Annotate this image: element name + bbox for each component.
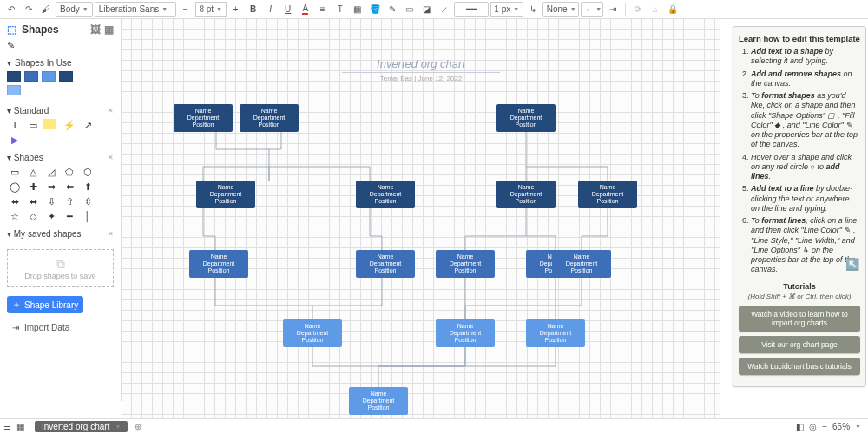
arrow-up2-icon[interactable]: ⇧ — [62, 195, 77, 207]
arrow-lr-icon[interactable]: ⬌ — [7, 195, 23, 207]
pointer-tool-icon[interactable]: ⬚ — [7, 23, 16, 36]
visit-page-button[interactable]: Visit our org chart page — [739, 336, 860, 353]
arrow-down2-icon[interactable]: ⇩ — [43, 195, 59, 207]
rtriangle-icon[interactable]: ◿ — [43, 166, 59, 178]
view-thumb-icon[interactable]: ▦ — [16, 422, 24, 431]
org-node[interactable]: NameDepartmentPosition — [436, 319, 495, 347]
watch-basics-button[interactable]: Watch Lucidchart basic tutorials — [739, 358, 860, 375]
line-options-icon[interactable]: ↳ — [525, 2, 541, 17]
swatch-dark2[interactable] — [59, 71, 73, 82]
arrow-lr2-icon[interactable]: ⬌ — [25, 195, 41, 207]
font-select[interactable]: Liberation Sans▼ — [95, 2, 176, 17]
triangle-icon[interactable]: △ — [25, 166, 41, 178]
view-grid-icon[interactable]: ▦ — [104, 23, 114, 36]
text-options-icon[interactable]: T — [332, 2, 348, 17]
italic-icon[interactable]: I — [263, 2, 279, 17]
watch-video-button[interactable]: Watch a video to learn how to import org… — [739, 306, 860, 332]
lock2-icon[interactable]: 🔒 — [665, 2, 681, 17]
arrow-right-icon[interactable]: ➡ — [43, 181, 59, 193]
line-style-select[interactable]: ━━ — [454, 2, 489, 17]
text-tool-icon[interactable]: T — [7, 119, 23, 131]
close-shapes-icon[interactable]: ✕ — [108, 154, 114, 161]
arrow-end-select[interactable]: →▼ — [581, 2, 603, 17]
org-node[interactable]: NameDepartmentPosition — [189, 250, 248, 278]
org-node[interactable]: NameDepartmentPosition — [356, 250, 415, 278]
fill-color-icon[interactable]: 🪣 — [367, 2, 383, 17]
pentagon-icon[interactable]: ⬠ — [62, 166, 77, 178]
target-icon[interactable]: ◎ — [809, 422, 817, 431]
org-node[interactable]: NameDepartmentPosition — [496, 104, 556, 132]
canvas[interactable]: Inverted org chart Temal Bas | June 12, … — [122, 19, 720, 418]
chart-title[interactable]: Inverted org chart — [342, 57, 500, 73]
org-node-root[interactable]: NameDepartmentPosition — [349, 387, 408, 415]
rect-icon[interactable]: ▭ — [7, 166, 23, 178]
saved-dropzone[interactable]: ⧉ Drop shapes to save — [7, 249, 114, 287]
font-size-field[interactable]: 8 pt▼ — [195, 2, 227, 17]
text-style-select[interactable]: Body▼ — [56, 2, 93, 17]
org-node[interactable]: NameDepartmentPosition — [496, 181, 556, 208]
swatch-pale[interactable] — [7, 85, 21, 95]
star-icon[interactable]: ☆ — [7, 210, 23, 222]
swatch-light[interactable] — [42, 71, 56, 82]
draw-tool-icon[interactable]: ✎ — [7, 40, 15, 51]
bolt-shape-icon[interactable]: ⚡ — [62, 119, 77, 131]
org-node[interactable]: NameDepartmentPosition — [240, 104, 299, 132]
org-node[interactable]: NameDepartmentPosition — [356, 181, 415, 208]
arrow-start-select[interactable]: None▼ — [542, 2, 579, 17]
view-image-icon[interactable]: 🖼 — [90, 23, 101, 36]
document-tab[interactable]: Inverted org chart▼ — [35, 421, 128, 432]
line-color-icon[interactable]: ✎ — [385, 2, 400, 17]
font-size-plus-icon[interactable]: + — [228, 2, 244, 17]
circle-icon[interactable]: ◯ — [7, 181, 23, 193]
org-node[interactable]: NameDepartmentPosition — [578, 181, 637, 208]
rect-shape-icon[interactable]: ▭ — [25, 119, 41, 131]
paint-format-icon[interactable]: 🖌 — [38, 2, 54, 17]
close-saved-icon[interactable]: ✕ — [108, 230, 114, 238]
play-shape-icon[interactable]: ▶ — [7, 134, 23, 146]
chevron-down-icon[interactable]: ▾ — [7, 58, 11, 68]
zoom-out-icon[interactable]: − — [822, 422, 827, 431]
org-node[interactable]: NameDepartmentPosition — [174, 104, 233, 132]
hline-icon[interactable]: ━ — [62, 210, 77, 222]
redo-icon[interactable]: ↷ — [21, 2, 36, 17]
line-width-field[interactable]: 1 px▼ — [490, 2, 523, 17]
undo-icon[interactable]: ↶ — [3, 2, 19, 17]
vline-icon[interactable]: │ — [80, 210, 95, 222]
zoom-value[interactable]: 66% — [832, 422, 850, 431]
more-icon[interactable]: ⟳ — [630, 2, 646, 17]
org-node[interactable]: NameDepartmentPosition — [552, 250, 611, 278]
lock-icon[interactable]: ⌂ — [648, 2, 663, 17]
bold-icon[interactable]: B — [246, 2, 261, 17]
zoom-menu-icon[interactable]: ▼ — [855, 424, 861, 430]
view-list-icon[interactable]: ☰ — [3, 422, 11, 431]
align-icon[interactable]: ≡ — [315, 2, 331, 17]
import-data-button[interactable]: ⇥Import Data — [7, 320, 114, 335]
swatch-med[interactable] — [24, 71, 38, 82]
text-color-icon[interactable]: A — [298, 2, 313, 17]
shadow-icon[interactable]: ◪ — [419, 2, 435, 17]
shape-library-button[interactable]: ＋Shape Library — [7, 296, 83, 313]
layout-icon[interactable]: ▦ — [350, 2, 365, 17]
org-node[interactable]: NameDepartmentPosition — [283, 319, 342, 347]
hexagon-icon[interactable]: ⬡ — [80, 166, 95, 178]
font-size-minus-icon[interactable]: − — [178, 2, 194, 17]
close-section-icon[interactable]: ✕ — [108, 107, 114, 115]
plus-icon[interactable]: ✚ — [25, 181, 41, 193]
layers-icon[interactable]: ◧ — [796, 422, 804, 431]
org-node[interactable]: NameDepartmentPosition — [526, 319, 585, 347]
org-node[interactable]: NameDepartmentPosition — [436, 250, 495, 278]
arrow-up-icon[interactable]: ⬆ — [80, 181, 95, 193]
connector-icon[interactable]: ⇥ — [605, 2, 621, 17]
org-node[interactable]: NameDepartmentPosition — [196, 181, 255, 208]
swatch-dark[interactable] — [7, 71, 21, 82]
line-shape-icon[interactable]: ↗ — [80, 119, 95, 131]
burst-icon[interactable]: ✦ — [43, 210, 59, 222]
underline-icon[interactable]: U — [280, 2, 296, 17]
note-shape-icon[interactable] — [43, 119, 56, 129]
line-style-icon[interactable]: ⟋ — [437, 2, 452, 17]
shape-options-icon[interactable]: ▭ — [402, 2, 418, 17]
diamond-icon[interactable]: ◇ — [25, 210, 41, 222]
arrow-left-icon[interactable]: ⬅ — [62, 181, 77, 193]
arrow-updown-icon[interactable]: ⇳ — [80, 195, 95, 207]
add-page-icon[interactable]: ⊕ — [135, 422, 141, 431]
